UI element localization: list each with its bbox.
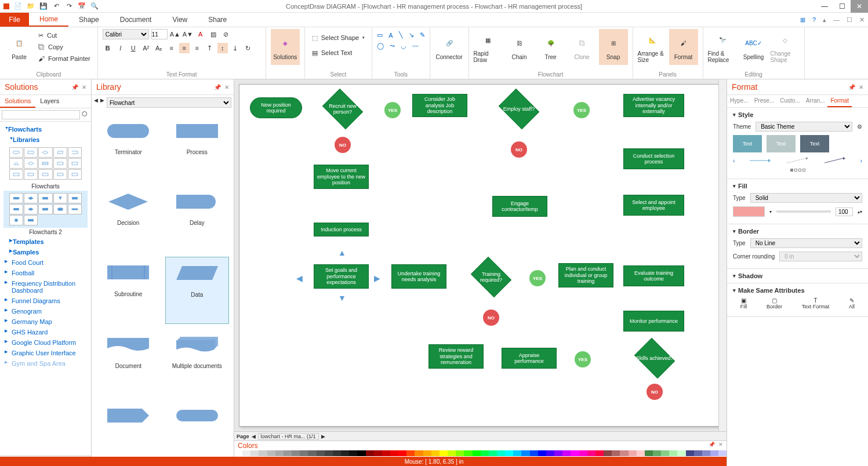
- format-button[interactable]: 🖌Format: [669, 29, 698, 65]
- brush-icon: 🖌: [38, 55, 45, 62]
- text-tool-icon[interactable]: A: [388, 32, 393, 39]
- ribbon-flowchart: ▦Rapid Draw ⛓Chain 🌳Tree ⿻Clone ⊞Snap Fl…: [469, 27, 633, 79]
- italic-button[interactable]: I: [115, 43, 126, 53]
- ribbon-connector: 🔗 Connector: [430, 27, 469, 79]
- file-menu[interactable]: File: [0, 13, 29, 27]
- window-title: ConceptDraw DIAGRAM - [Flowchart - HR ma…: [286, 3, 582, 10]
- ribbon-textformat: Calibri A▲ A▼ A ▨ ⊘ B I U A² A₂ ≡ ≡ ≡ ⤒ …: [98, 27, 266, 79]
- spelling-icon: ABC✓: [744, 34, 763, 53]
- close-button[interactable]: ✕: [851, 0, 868, 13]
- select-text-icon: ▤: [312, 49, 318, 57]
- change-shape-button[interactable]: ◇Change Shape: [771, 29, 800, 65]
- ribbon-tools: ▭ A ╲ ↘ ✎ ◯ ⤳ ◡ 〰 Tools: [372, 27, 430, 79]
- paste-button[interactable]: 📋 Paste: [5, 29, 34, 65]
- inner-min-icon[interactable]: —: [833, 16, 840, 23]
- line-tool-icon[interactable]: ╲: [399, 31, 403, 39]
- pen-tool-icon[interactable]: ✎: [420, 31, 425, 39]
- maximize-button[interactable]: ☐: [833, 0, 851, 13]
- spline-tool-icon[interactable]: 〰: [412, 43, 419, 50]
- tab-share[interactable]: Share: [198, 13, 237, 27]
- select-shape-icon: ⬚: [312, 34, 318, 42]
- font-color-icon[interactable]: A: [195, 29, 206, 39]
- save-icon[interactable]: 💾: [39, 2, 48, 10]
- tab-document[interactable]: Document: [110, 13, 162, 27]
- paste-icon: 📋: [10, 34, 28, 53]
- arc-tool-icon[interactable]: ◡: [401, 42, 406, 50]
- ribbon-solutions: ◆ Solutions: [266, 27, 305, 79]
- format-icon: 🖌: [674, 34, 693, 53]
- ribbon-panels: 📐Arrange & Size 🖌Format Panels: [633, 27, 703, 79]
- font-size-input[interactable]: [151, 29, 168, 39]
- increase-font-icon[interactable]: A▲: [170, 29, 180, 39]
- rapid-draw-icon: ▦: [479, 31, 497, 49]
- solutions-button[interactable]: ◆ Solutions: [271, 29, 300, 65]
- new-file-icon[interactable]: 📄: [14, 2, 22, 10]
- titlebar: 📄 📁 💾 ↶ ↷ 📅 🔍 ConceptDraw DIAGRAM - [Flo…: [0, 0, 868, 13]
- clone-icon: ⿻: [573, 34, 591, 53]
- valign-bot-icon[interactable]: ⤓: [230, 43, 241, 53]
- arrange-size-button[interactable]: 📐Arrange & Size: [638, 29, 667, 65]
- grid-icon[interactable]: ⊞: [800, 16, 805, 24]
- rapid-draw-button[interactable]: ▦Rapid Draw: [474, 29, 503, 65]
- tree-button[interactable]: 🌳Tree: [536, 29, 565, 65]
- date-icon[interactable]: 📅: [78, 2, 86, 10]
- minimize-ribbon-icon[interactable]: ▴: [823, 16, 826, 24]
- menubar: File Home Shape Document View Share ⊞ ? …: [0, 13, 868, 27]
- help-icon[interactable]: ?: [812, 16, 816, 23]
- font-select[interactable]: Calibri: [103, 29, 149, 39]
- align-center-icon[interactable]: ≡: [179, 43, 190, 53]
- arrow-tool-icon[interactable]: ↘: [409, 31, 414, 39]
- copy-button[interactable]: ⿻Copy: [36, 42, 93, 52]
- cut-icon: ✂: [38, 32, 43, 39]
- valign-mid-icon[interactable]: ↕: [217, 43, 228, 53]
- subscript-button[interactable]: A₂: [154, 43, 164, 53]
- app-icon: [3, 3, 9, 9]
- inner-max-icon[interactable]: ☐: [847, 16, 852, 24]
- open-icon[interactable]: 📁: [27, 2, 35, 10]
- arrange-icon: 📐: [643, 31, 662, 49]
- snap-button[interactable]: ⊞Snap: [599, 29, 628, 65]
- chain-icon: ⛓: [510, 34, 529, 53]
- copy-icon: ⿻: [38, 43, 45, 50]
- connector-icon: 🔗: [440, 34, 459, 53]
- select-text-button[interactable]: ▤Select Text: [310, 48, 367, 58]
- redo-icon[interactable]: ↷: [65, 2, 73, 10]
- select-shape-button[interactable]: ⬚Select Shape▾: [310, 32, 367, 43]
- ribbon-clipboard: 📋 Paste ✂Cut ⿻Copy 🖌Format Painter Clipb…: [0, 27, 98, 79]
- highlight-icon[interactable]: ▨: [208, 29, 219, 39]
- superscript-button[interactable]: A²: [141, 43, 151, 53]
- minimize-button[interactable]: —: [816, 0, 833, 13]
- underline-button[interactable]: U: [128, 43, 139, 53]
- spelling-button[interactable]: ABC✓Spelling: [739, 29, 768, 65]
- tab-home[interactable]: Home: [29, 13, 68, 27]
- inner-close-icon[interactable]: ✕: [859, 16, 865, 24]
- solutions-icon: ◆: [276, 34, 295, 53]
- undo-icon[interactable]: ↶: [52, 2, 60, 10]
- valign-top-icon[interactable]: ⤒: [205, 43, 215, 53]
- tab-view[interactable]: View: [162, 13, 198, 27]
- chain-button[interactable]: ⛓Chain: [505, 29, 534, 65]
- bezier-tool-icon[interactable]: ⤳: [390, 42, 395, 50]
- search-icon[interactable]: 🔍: [90, 2, 99, 10]
- ribbon-select: ⬚Select Shape▾ ▤Select Text Select: [305, 27, 372, 79]
- cut-button[interactable]: ✂Cut: [36, 30, 93, 41]
- decrease-font-icon[interactable]: A▼: [183, 29, 193, 39]
- ribbon-editing: 🔭Find & Replace ABC✓Spelling ◇Change Sha…: [703, 27, 805, 79]
- clear-format-icon[interactable]: ⊘: [221, 29, 231, 39]
- snap-icon: ⊞: [604, 34, 623, 53]
- connector-button[interactable]: 🔗 Connector: [435, 29, 464, 65]
- find-replace-button[interactable]: 🔭Find & Replace: [708, 29, 737, 65]
- text-dir-icon[interactable]: ↻: [243, 43, 253, 53]
- tree-icon: 🌳: [542, 34, 560, 53]
- align-left-icon[interactable]: ≡: [166, 43, 177, 53]
- ellipse-tool-icon[interactable]: ◯: [377, 42, 384, 50]
- binoculars-icon: 🔭: [713, 31, 732, 49]
- rect-tool-icon[interactable]: ▭: [377, 31, 383, 39]
- format-painter-button[interactable]: 🖌Format Painter: [36, 53, 93, 64]
- ribbon: 📋 Paste ✂Cut ⿻Copy 🖌Format Painter Clipb…: [0, 27, 868, 79]
- align-right-icon[interactable]: ≡: [192, 43, 202, 53]
- change-shape-icon: ◇: [776, 31, 794, 49]
- bold-button[interactable]: B: [103, 43, 113, 53]
- clone-button[interactable]: ⿻Clone: [568, 29, 597, 65]
- tab-shape[interactable]: Shape: [68, 13, 110, 27]
